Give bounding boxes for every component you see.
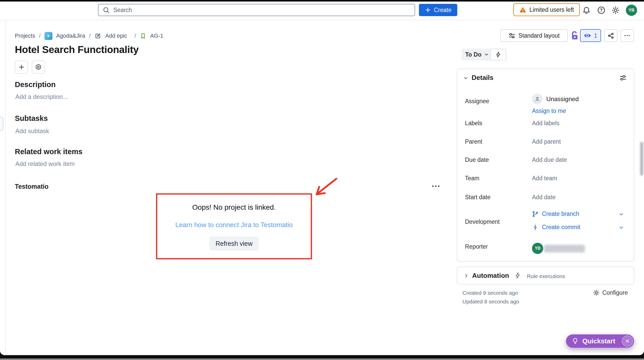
updated-timestamp: Updated 8 seconds ago <box>462 299 519 305</box>
breadcrumb-separator: / <box>89 33 91 39</box>
description-heading: Description <box>15 80 56 89</box>
red-annotation-arrow <box>309 176 342 201</box>
refresh-view-button[interactable]: Refresh view <box>209 237 259 250</box>
chevron-down-icon <box>484 52 489 57</box>
error-title: Oops! No project is linked. <box>192 203 276 211</box>
apps-button[interactable] <box>32 60 45 74</box>
help-icon[interactable]: ? <box>597 6 606 15</box>
status-label: To Do <box>465 51 481 58</box>
breadcrumb-projects-link[interactable]: Projects <box>15 33 35 39</box>
watchers-button[interactable]: 1 <box>580 29 601 42</box>
breadcrumb-separator: / <box>39 33 40 39</box>
watchers-count: 1 <box>594 32 597 39</box>
share-button[interactable] <box>604 29 617 42</box>
error-help-link[interactable]: Learn how to connect Jira to Testomatio <box>175 221 293 229</box>
chevron-right-icon <box>463 273 469 279</box>
automation-heading: Automation <box>472 272 509 280</box>
lightning-icon <box>514 272 521 279</box>
eye-icon <box>584 32 591 39</box>
sidebar-peek-handle[interactable] <box>0 117 3 131</box>
add-related-work-link[interactable]: Add related work item <box>15 160 75 167</box>
breadcrumb-add-epic[interactable]: Add epic <box>105 33 127 39</box>
notifications-bell-icon[interactable] <box>582 6 591 15</box>
search-icon <box>103 6 110 14</box>
details-panel: Details Assignee Unassigned Assign to me… <box>457 69 634 262</box>
testomatio-heading: Testomatio <box>15 183 49 190</box>
unlocked-lock-icon[interactable] <box>569 30 580 41</box>
create-label: Create <box>434 7 451 14</box>
chevron-down-icon[interactable] <box>463 75 469 81</box>
meatball-icon <box>431 182 441 190</box>
team-value[interactable]: Add team <box>532 175 557 182</box>
svg-text:?: ? <box>600 8 603 13</box>
project-avatar-icon: ✈ <box>45 32 52 40</box>
chevron-down-icon[interactable] <box>618 225 624 230</box>
rule-executions-label: Rule executions <box>527 273 565 279</box>
create-branch-link[interactable]: Create branch <box>532 210 579 217</box>
limited-users-label: Limited users left <box>529 6 574 13</box>
assign-to-me-link[interactable]: Assign to me <box>532 108 566 114</box>
gear-icon <box>593 289 600 296</box>
lightbulb-icon <box>572 337 579 345</box>
add-button[interactable] <box>15 60 28 74</box>
parent-value[interactable]: Add parent <box>532 138 561 145</box>
more-actions-button[interactable] <box>620 29 634 42</box>
share-icon <box>607 32 614 39</box>
status-dropdown[interactable]: To Do <box>462 49 493 60</box>
lightning-icon <box>495 51 502 58</box>
reporter-avatar-initials: YB <box>535 246 540 251</box>
testomatio-error-panel: Oops! No project is linked. Learn how to… <box>156 193 312 259</box>
testomatio-more-menu[interactable] <box>431 182 442 190</box>
details-heading: Details <box>472 74 493 82</box>
plus-icon <box>425 7 431 13</box>
assignee-value[interactable]: Unassigned <box>546 96 579 103</box>
user-avatar[interactable]: YB <box>626 5 637 16</box>
configure-button[interactable]: Configure <box>593 289 628 296</box>
chevron-down-icon[interactable] <box>618 211 624 217</box>
breadcrumb-issue-key[interactable]: AG-1 <box>150 33 163 39</box>
bottom-screen-border <box>0 358 644 360</box>
labels-label: Labels <box>465 120 482 127</box>
reporter-label: Reporter <box>465 243 488 250</box>
due-date-value[interactable]: Add due date <box>532 156 567 163</box>
edit-epic-icon <box>94 33 101 39</box>
page-title[interactable]: Hotel Search Functionality <box>15 44 139 55</box>
layout-sliders-icon <box>508 32 515 39</box>
subtasks-heading: Subtasks <box>15 114 48 123</box>
create-button[interactable]: Create <box>419 4 457 16</box>
unassigned-avatar-icon <box>532 94 543 104</box>
warning-icon <box>519 6 526 13</box>
story-bookmark-icon <box>140 33 146 39</box>
quickstart-close-button[interactable] <box>622 335 633 347</box>
standard-layout-label: Standard layout <box>518 32 560 39</box>
breadcrumb: Projects / ✈ Agoda&Jira / Add epic / AG-… <box>15 31 163 41</box>
meatball-icon <box>624 32 630 39</box>
sidebar-edge-divider <box>5 20 6 353</box>
settings-gear-icon[interactable] <box>611 6 620 15</box>
start-date-label: Start date <box>465 194 491 201</box>
git-branch-icon <box>532 211 539 217</box>
automation-lightning-button[interactable] <box>490 49 506 60</box>
reporter-avatar[interactable]: YB <box>532 243 543 254</box>
start-date-value[interactable]: Add date <box>532 194 556 201</box>
add-subtask-link[interactable]: Add subtask <box>15 128 49 135</box>
description-placeholder[interactable]: Add a description... <box>15 93 68 100</box>
limited-users-badge[interactable]: Limited users left <box>513 3 580 16</box>
create-commit-label: Create commit <box>542 224 580 231</box>
labels-value[interactable]: Add labels <box>532 120 559 127</box>
close-icon <box>625 338 630 344</box>
created-timestamp: Created 9 seconds ago <box>462 290 518 296</box>
breadcrumb-project-link[interactable]: Agoda&Jira <box>56 33 85 39</box>
quickstart-button[interactable]: Quickstart <box>566 334 634 348</box>
git-commit-icon <box>532 224 539 231</box>
bottom-screen-edge <box>0 355 644 358</box>
vertical-scrollbar-thumb[interactable] <box>640 142 643 176</box>
breadcrumb-separator: / <box>135 33 136 39</box>
search-input[interactable]: Search <box>98 4 415 16</box>
create-commit-link[interactable]: Create commit <box>532 224 580 231</box>
details-settings-icon[interactable] <box>619 74 627 81</box>
topbar-divider <box>0 20 644 20</box>
reporter-name-redacted <box>544 245 585 252</box>
standard-layout-button[interactable]: Standard layout <box>500 29 568 42</box>
automation-panel[interactable]: Automation Rule executions <box>457 267 634 284</box>
